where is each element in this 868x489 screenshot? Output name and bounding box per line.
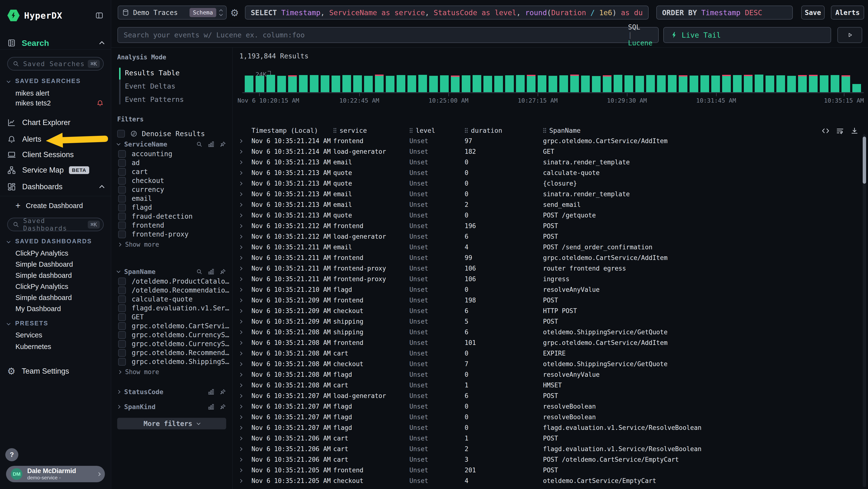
table-row[interactable]: Nov 6 10:35:21.206 AMcartUnset1POST xyxy=(233,433,854,443)
histogram-bar[interactable] xyxy=(386,76,395,92)
save-button[interactable]: Save xyxy=(801,5,825,20)
table-row[interactable]: Nov 6 10:35:21.207 AMflagdUnset0resolveB… xyxy=(233,401,854,412)
checkbox[interactable] xyxy=(118,331,126,339)
more-filters-button[interactable]: More filters xyxy=(117,418,226,429)
checkbox[interactable] xyxy=(118,222,126,229)
histogram-bar[interactable] xyxy=(451,76,460,92)
histogram-bar[interactable] xyxy=(353,75,362,92)
expand-row-icon[interactable] xyxy=(236,257,245,259)
mode-lucene[interactable]: Lucene xyxy=(628,39,652,47)
expand-row-icon[interactable] xyxy=(236,310,245,312)
mode-sql[interactable]: SQL xyxy=(628,23,641,31)
histogram-bar[interactable] xyxy=(592,76,600,92)
analysis-mode-option[interactable]: Event Patterns xyxy=(125,93,226,106)
table-row[interactable]: Nov 6 10:35:21.212 AMload-generatorUnset… xyxy=(233,231,854,242)
expand-row-icon[interactable] xyxy=(236,416,245,419)
expand-row-icon[interactable] xyxy=(236,342,245,344)
filter-group-header[interactable]: ServiceName xyxy=(117,139,226,149)
drag-handle-icon[interactable] xyxy=(409,128,413,133)
code-icon[interactable] xyxy=(822,127,830,135)
table-row[interactable]: Nov 6 10:35:21.213 AMemailUnset0sinatra.… xyxy=(233,157,854,168)
histogram-bar[interactable] xyxy=(267,75,275,92)
checkbox[interactable] xyxy=(118,204,126,211)
table-row[interactable]: Nov 6 10:35:21.205 AMfrontendUnset201POS… xyxy=(233,465,854,476)
histogram-bar[interactable] xyxy=(472,75,481,92)
filter-option[interactable]: fraud-detection xyxy=(117,212,226,221)
table-row[interactable]: Nov 6 10:35:21.207 AMflagdUnset0resolveB… xyxy=(233,412,854,422)
table-row[interactable]: Nov 6 10:35:21.213 AMquoteUnset0{closure… xyxy=(233,178,854,189)
table-row[interactable]: Nov 6 10:35:21.205 AMcheckoutUnset4oteld… xyxy=(233,476,854,486)
filter-option[interactable]: flagd.evaluation.v1.Ser… xyxy=(117,304,226,313)
histogram-bar[interactable] xyxy=(462,75,470,92)
expand-row-icon[interactable] xyxy=(236,246,245,249)
scrollbar-track[interactable] xyxy=(863,134,866,487)
filter-option[interactable]: grpc.oteldemo.CartServi… xyxy=(117,321,226,330)
filter-option[interactable]: email xyxy=(117,194,226,203)
table-row[interactable]: Nov 6 10:35:21.208 AMfrontendUnset101grp… xyxy=(233,338,854,348)
denoise-results-toggle[interactable]: Denoise Results xyxy=(117,128,226,139)
bar-chart-icon[interactable] xyxy=(208,141,214,147)
checkbox[interactable] xyxy=(118,278,126,285)
histogram-bar[interactable] xyxy=(766,76,774,92)
sidebar-item-dashboard[interactable]: ClickPy Analytics xyxy=(7,248,104,259)
expand-row-icon[interactable] xyxy=(236,278,245,281)
histogram-bar[interactable] xyxy=(277,76,286,92)
drag-handle-icon[interactable] xyxy=(543,128,546,133)
table-row[interactable]: Nov 6 10:35:21.213 AMemailUnset2send_ema… xyxy=(233,199,854,210)
filter-option[interactable]: grpc.oteldemo.CurrencyS… xyxy=(117,339,226,348)
filter-option[interactable]: flagd xyxy=(117,203,226,212)
expand-row-icon[interactable] xyxy=(236,161,245,164)
live-tail-button[interactable]: Live Tail xyxy=(663,27,831,43)
expand-row-icon[interactable] xyxy=(236,352,245,355)
histogram-bar[interactable] xyxy=(841,75,850,92)
table-row[interactable]: Nov 6 10:35:21.208 AMcartUnset1HMSET xyxy=(233,380,854,391)
checkbox[interactable] xyxy=(118,195,126,202)
play-button[interactable] xyxy=(837,27,862,43)
histogram-bar[interactable] xyxy=(484,76,492,92)
histogram-bar[interactable] xyxy=(364,76,373,92)
table-row[interactable]: Nov 6 10:35:21.211 AMfrontendUnset99grpc… xyxy=(233,253,854,263)
filter-option[interactable]: currency xyxy=(117,185,226,194)
column-header-timestamp[interactable]: Timestamp (Local) xyxy=(251,127,333,134)
alerts-button[interactable]: Alerts xyxy=(831,5,864,20)
histogram-bar[interactable] xyxy=(831,75,839,92)
expand-row-icon[interactable] xyxy=(236,235,245,238)
histogram-bar[interactable] xyxy=(776,75,785,92)
table-row[interactable]: Nov 6 10:35:21.208 AMshippingUnset6oteld… xyxy=(233,327,854,338)
search-icon[interactable] xyxy=(196,141,203,147)
presets-header[interactable]: PRESETS xyxy=(7,319,104,327)
saved-dashboards-input[interactable]: Saved Dashboards ⌘K xyxy=(7,218,104,231)
histogram-bar[interactable] xyxy=(711,76,720,92)
saved-dashboards-header[interactable]: SAVED DASHBOARDS xyxy=(7,237,104,245)
histogram-bar[interactable] xyxy=(646,75,655,92)
histogram-bar[interactable] xyxy=(527,75,535,92)
checkbox[interactable] xyxy=(118,230,126,238)
histogram-bar[interactable] xyxy=(559,75,568,92)
histogram-bar[interactable] xyxy=(505,75,514,92)
expand-row-icon[interactable] xyxy=(236,373,245,376)
expand-row-icon[interactable] xyxy=(236,480,245,482)
table-row[interactable]: Nov 6 10:35:21.211 AMemailUnset4POST /se… xyxy=(233,242,854,253)
filter-option[interactable]: accounting xyxy=(117,149,226,158)
filter-option[interactable]: grpc.oteldemo.Recommend… xyxy=(117,348,226,357)
histogram-bar[interactable] xyxy=(787,76,796,92)
sidebar-section-search[interactable]: Search xyxy=(7,37,104,49)
expand-row-icon[interactable] xyxy=(236,448,245,450)
histogram-bar[interactable] xyxy=(549,76,557,92)
saved-searches-input[interactable]: Saved Searches ⌘K xyxy=(7,57,104,70)
drag-handle-icon[interactable] xyxy=(465,128,468,133)
filter-option[interactable]: frontend-proxy xyxy=(117,230,226,239)
search-icon[interactable] xyxy=(196,268,203,275)
sidebar-item-dashboard[interactable]: My Dashboard xyxy=(7,303,104,314)
expand-row-icon[interactable] xyxy=(236,299,245,302)
filter-option[interactable]: checkout xyxy=(117,176,226,185)
histogram-bar[interactable] xyxy=(342,75,351,92)
expand-row-icon[interactable] xyxy=(236,331,245,334)
table-row[interactable]: Nov 6 10:35:21.209 AMshippingUnset5POST xyxy=(233,316,854,327)
sql-select-input[interactable]: SELECT Timestamp, ServiceName as service… xyxy=(245,5,649,20)
expand-row-icon[interactable] xyxy=(236,363,245,366)
histogram-bar[interactable] xyxy=(679,75,687,92)
filter-option[interactable]: grpc.oteldemo.ShippingS… xyxy=(117,357,226,366)
sidebar-item-dashboards[interactable]: Dashboards xyxy=(7,179,104,194)
histogram-bar[interactable] xyxy=(689,76,698,92)
